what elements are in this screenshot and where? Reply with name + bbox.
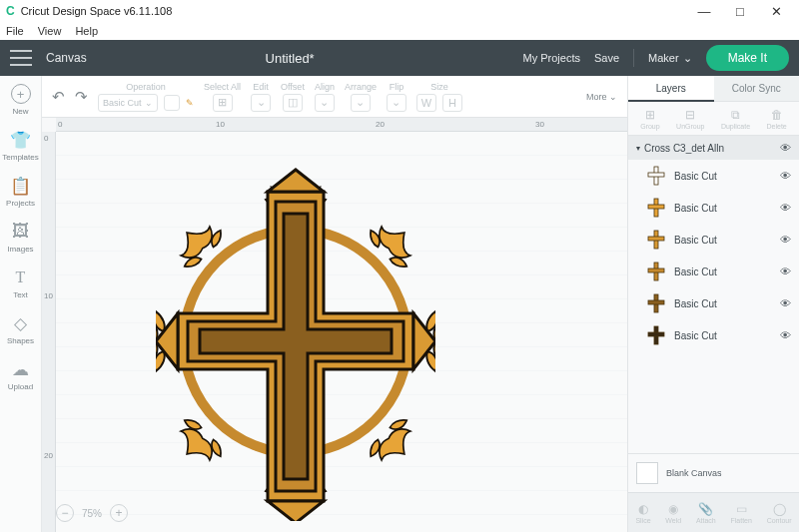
group-name: Cross C3_det Alln	[644, 143, 724, 154]
redo-icon[interactable]: ↷	[75, 88, 88, 106]
machine-selector[interactable]: Maker ⌄	[648, 52, 692, 65]
chevron-down-icon: ⌄	[683, 52, 692, 65]
layer-group-row[interactable]: ▾ Cross C3_det Alln 👁	[628, 136, 799, 160]
top-toolbar: ↶ ↷ Operation Basic Cut⌄ ✎ Select All⊞ E…	[42, 76, 627, 118]
shapes-icon: ◇	[10, 313, 30, 333]
more-button[interactable]: More ⌄	[586, 92, 617, 102]
op-flatten[interactable]: ▭Flatten	[731, 502, 752, 524]
layer-row[interactable]: Basic Cut👁	[628, 287, 799, 319]
layer-ops-top: ⊞Group ⊟UnGroup ⧉Duplicate 🗑Delete	[628, 102, 799, 136]
weld-icon: ◉	[668, 502, 678, 516]
tool-label: Upload	[8, 382, 33, 391]
window-titlebar: C Cricut Design Space v6.11.108 — □ ✕	[0, 0, 799, 22]
eye-icon[interactable]: 👁	[780, 142, 791, 154]
eye-icon[interactable]: 👁	[780, 329, 791, 341]
op-group[interactable]: ⊞Group	[640, 108, 659, 130]
layer-row[interactable]: Basic Cut👁	[628, 192, 799, 224]
undo-icon[interactable]: ↶	[52, 88, 65, 106]
svg-rect-4	[648, 205, 664, 209]
offset-button[interactable]: ◫	[283, 94, 303, 112]
minimize-button[interactable]: —	[687, 1, 721, 21]
menu-help[interactable]: Help	[75, 25, 98, 37]
canvas-mat[interactable]	[56, 132, 627, 532]
op-delete[interactable]: 🗑Delete	[767, 108, 787, 130]
layer-row[interactable]: Basic Cut👁	[628, 224, 799, 256]
op-slice[interactable]: ◐Slice	[635, 502, 650, 524]
eye-icon[interactable]: 👁	[780, 202, 791, 214]
clipboard-icon: 📋	[11, 176, 31, 196]
eye-icon[interactable]: 👁	[780, 266, 791, 277]
tool-templates[interactable]: 👕Templates	[2, 130, 38, 162]
eye-icon[interactable]: 👁	[780, 234, 791, 246]
edit-pen-icon[interactable]: ✎	[186, 98, 194, 108]
svg-rect-12	[648, 332, 664, 336]
align-label: Align	[315, 82, 335, 92]
op-ungroup[interactable]: ⊟UnGroup	[676, 108, 704, 130]
operation-dropdown[interactable]: Basic Cut⌄	[98, 94, 158, 112]
op-contour[interactable]: ◯Contour	[767, 502, 792, 524]
tool-text[interactable]: TText	[11, 267, 31, 299]
maximize-button[interactable]: □	[723, 1, 757, 21]
attach-icon: 📎	[698, 502, 713, 516]
layer-thumb	[646, 324, 666, 346]
tool-label: New	[12, 107, 28, 116]
eye-icon[interactable]: 👁	[780, 297, 791, 309]
trash-icon: 🗑	[771, 108, 783, 122]
eye-icon[interactable]: 👁	[780, 170, 791, 182]
select-all-button[interactable]: ⊞	[213, 94, 233, 112]
align-button[interactable]: ⌄	[315, 94, 335, 112]
app-header: Canvas Untitled* My Projects Save Maker …	[0, 40, 799, 76]
svg-rect-2	[648, 173, 664, 177]
app-icon: C	[6, 4, 15, 18]
ungroup-icon: ⊟	[685, 108, 695, 122]
tool-images[interactable]: 🖼Images	[7, 222, 33, 254]
menu-file[interactable]: File	[6, 25, 24, 37]
layer-thumb	[646, 165, 666, 187]
arrange-label: Arrange	[345, 82, 377, 92]
tab-layers[interactable]: Layers	[628, 76, 714, 102]
window-title: Cricut Design Space v6.11.108	[21, 5, 687, 17]
make-it-button[interactable]: Make It	[706, 45, 789, 71]
op-weld[interactable]: ◉Weld	[665, 502, 681, 524]
layer-row[interactable]: Basic Cut👁	[628, 319, 799, 351]
color-swatch[interactable]	[164, 95, 180, 111]
tab-colorsync[interactable]: Color Sync	[714, 76, 800, 102]
zoom-in-button[interactable]: +	[110, 504, 128, 522]
tool-label: Images	[7, 245, 33, 254]
menu-view[interactable]: View	[38, 25, 62, 37]
slice-icon: ◐	[638, 502, 648, 516]
chevron-down-icon: ▾	[636, 144, 640, 153]
menu-icon[interactable]	[10, 50, 32, 66]
size-w[interactable]: W	[416, 94, 436, 112]
arrange-button[interactable]: ⌄	[351, 94, 371, 112]
save-button[interactable]: Save	[594, 52, 619, 64]
layer-label: Basic Cut	[674, 171, 717, 182]
group-icon: ⊞	[645, 108, 655, 122]
my-projects-link[interactable]: My Projects	[523, 52, 580, 64]
op-attach[interactable]: 📎Attach	[696, 502, 716, 524]
zoom-value: 75%	[82, 508, 102, 519]
close-button[interactable]: ✕	[759, 1, 793, 21]
app-menubar: File View Help	[0, 22, 799, 40]
tool-shapes[interactable]: ◇Shapes	[7, 313, 34, 345]
ruler-vertical: 0 10 20	[42, 132, 56, 532]
tool-projects[interactable]: 📋Projects	[6, 176, 35, 208]
flip-button[interactable]: ⌄	[387, 94, 406, 112]
zoom-out-button[interactable]: −	[56, 504, 74, 522]
canvas-area[interactable]: 0 10 20 30 0 10 20	[42, 118, 627, 532]
layer-row[interactable]: Basic Cut👁	[628, 160, 799, 192]
layer-row[interactable]: Basic Cut👁	[628, 256, 799, 287]
size-h[interactable]: H	[442, 94, 462, 112]
cloud-upload-icon: ☁	[10, 359, 30, 379]
flatten-icon: ▭	[736, 502, 747, 516]
blank-canvas-row[interactable]: Blank Canvas	[628, 453, 799, 492]
image-icon: 🖼	[10, 222, 30, 242]
tool-new[interactable]: +New	[11, 84, 31, 116]
op-duplicate[interactable]: ⧉Duplicate	[721, 108, 750, 130]
edit-button[interactable]: ⌄	[251, 94, 271, 112]
zoom-controls: − 75% +	[56, 504, 128, 522]
tool-upload[interactable]: ☁Upload	[8, 359, 33, 391]
layer-label: Basic Cut	[674, 266, 717, 277]
canvas-artwork[interactable]	[156, 162, 435, 521]
layer-ops-bottom: ◐Slice ◉Weld 📎Attach ▭Flatten ◯Contour	[628, 492, 799, 532]
